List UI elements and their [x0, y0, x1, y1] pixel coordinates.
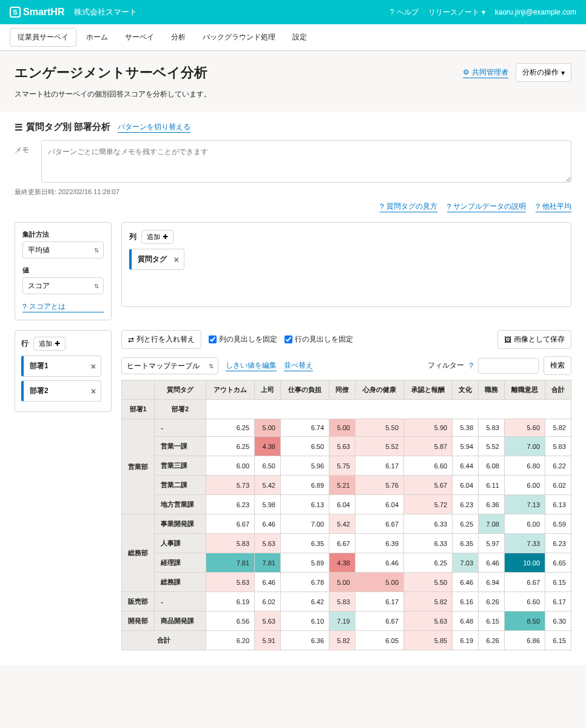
- switch-pattern-link[interactable]: パターンを切り替える: [118, 122, 190, 133]
- row-chip-1[interactable]: 部署1×: [21, 356, 101, 377]
- help-icon: ?: [22, 303, 27, 311]
- value-cell: 6.39: [355, 534, 403, 553]
- value-select[interactable]: スコア: [22, 277, 104, 294]
- total-value-cell: 6.19: [453, 631, 479, 650]
- page-description: スマート社のサーベイの個別回答スコアを分析しています。: [15, 89, 571, 99]
- column-chip[interactable]: 質問タグ×: [129, 249, 184, 270]
- nav-home[interactable]: ホーム: [79, 29, 115, 46]
- value-cell: 5.63: [206, 573, 254, 592]
- value-cell: 5.82: [404, 592, 453, 612]
- subdept-cell: 地方営業課: [155, 495, 206, 514]
- help-tag-link[interactable]: ?質問タグの見方: [380, 201, 437, 212]
- nav-settings[interactable]: 設定: [285, 29, 314, 46]
- subdept-cell: 営業二課: [155, 476, 206, 495]
- value-cell: 6.15: [545, 573, 571, 592]
- total-value-cell: 6.15: [545, 631, 571, 650]
- value-cell: 6.80: [504, 456, 545, 476]
- help-average-link[interactable]: ?他社平均: [536, 201, 571, 212]
- add-column-button[interactable]: 追加 ✚: [141, 230, 173, 244]
- close-icon[interactable]: ×: [91, 362, 96, 371]
- add-row-button[interactable]: 追加 ✚: [33, 337, 66, 351]
- value-cell: 6.25: [206, 437, 254, 456]
- value-cell: 6.35: [453, 534, 479, 553]
- value-cell: 6.56: [206, 612, 254, 631]
- swap-button[interactable]: ⇄列と行を入れ替え: [121, 330, 201, 349]
- logo-icon: S: [10, 7, 21, 18]
- col-header: 心身の健康: [355, 380, 403, 400]
- fix-col-checkbox[interactable]: 列の見出しを固定: [209, 334, 277, 345]
- page-header: エンゲージメントサーベイ分析 ⚙共同管理者 分析の操作 ▾ スマート社のサーベイ…: [0, 51, 586, 112]
- threshold-link[interactable]: しきい値を編集: [226, 360, 277, 371]
- release-notes-link[interactable]: リリースノート ▾: [428, 7, 485, 18]
- table-row: 営業部-6.255.006.745.005.505.905.385.835.60…: [122, 419, 571, 437]
- value-cell: 5.90: [404, 419, 453, 437]
- value-cell: 6.50: [255, 456, 281, 476]
- app-header: S SmartHR 株式会社スマート ?ヘルプ リリースノート ▾ kaoru.…: [0, 0, 586, 24]
- value-cell: 6.94: [479, 573, 505, 592]
- value-cell: 5.72: [404, 495, 453, 514]
- col-header: 職務: [479, 380, 505, 400]
- swap-icon: ⇄: [128, 335, 134, 344]
- total-value-cell: 5.82: [329, 631, 355, 650]
- table-row: 総務課5.636.466.785.005.005.506.466.946.676…: [122, 573, 571, 592]
- value-cell: 8.50: [504, 612, 545, 631]
- score-help-link[interactable]: ?スコアとは: [22, 302, 104, 312]
- total-value-cell: 6.20: [206, 631, 254, 650]
- value-cell: 6.67: [355, 612, 403, 631]
- nav-background[interactable]: バックグラウンド処理: [195, 29, 283, 46]
- filter-input[interactable]: [478, 358, 539, 374]
- value-cell: 6.67: [355, 514, 403, 534]
- memo-input[interactable]: [41, 140, 571, 183]
- table-row: 営業二課5.735.426.895.215.765.676.046.116.00…: [122, 476, 571, 495]
- nav-survey[interactable]: サーベイ: [118, 29, 161, 46]
- user-email[interactable]: kaoru.jinji@example.com: [495, 8, 576, 16]
- fix-row-checkbox[interactable]: 行の見出しを固定: [285, 334, 353, 345]
- value-cell: 5.42: [329, 514, 355, 534]
- filter-label: フィルター: [428, 360, 464, 371]
- table-panel: ⇄列と行を入れ替え 列の見出しを固定 行の見出しを固定 🖼画像として保存 ヒート…: [121, 330, 571, 650]
- col-header: アウトカム: [206, 380, 254, 400]
- value-cell: 5.38: [453, 419, 479, 437]
- search-button[interactable]: 検索: [544, 356, 571, 375]
- save-image-button[interactable]: 🖼画像として保存: [497, 330, 571, 349]
- share-admin-link[interactable]: ⚙共同管理者: [463, 67, 508, 78]
- value-cell: 5.89: [280, 553, 329, 573]
- value-cell: 5.52: [479, 437, 505, 456]
- close-icon[interactable]: ×: [91, 386, 96, 396]
- analysis-actions-button[interactable]: 分析の操作 ▾: [516, 63, 571, 82]
- table-row: 地方営業課6.235.986.136.046.045.726.236.367.1…: [122, 495, 571, 514]
- close-icon[interactable]: ×: [174, 255, 179, 265]
- subdept-cell: -: [155, 419, 206, 437]
- value-cell: 6.25: [453, 514, 479, 534]
- row-chip-2[interactable]: 部署2×: [21, 380, 101, 402]
- table-row: 人事課5.835.636.356.676.396.336.355.977.336…: [122, 534, 571, 553]
- value-cell: 5.50: [355, 419, 403, 437]
- help-sample-link[interactable]: ?サンプルデータの説明: [447, 201, 527, 212]
- corner-cell: [122, 380, 155, 400]
- help-icon: ?: [536, 203, 540, 211]
- value-cell: 5.76: [355, 476, 403, 495]
- value-cell: 6.74: [280, 419, 329, 437]
- sort-link[interactable]: 並べ替え: [284, 360, 313, 371]
- dept-cell: 総務部: [122, 514, 155, 592]
- plus-icon: ✚: [55, 340, 60, 348]
- help-icon[interactable]: ?: [469, 362, 473, 370]
- table-row: 開発部商品開発課6.565.636.107.196.675.636.486.15…: [122, 612, 571, 631]
- aggregation-panel: 集計方法 平均値 値 スコア ?スコアとは: [15, 222, 112, 320]
- value-cell: 6.78: [280, 573, 329, 592]
- table-type-select[interactable]: ヒートマップテーブル: [121, 357, 218, 374]
- value-cell: 6.19: [206, 592, 254, 612]
- memo-label: メモ: [15, 140, 34, 183]
- subdept-cell: 事業開発課: [155, 514, 206, 534]
- value-cell: 6.25: [206, 419, 254, 437]
- value-cell: 5.63: [329, 437, 355, 456]
- value-cell: 6.46: [255, 514, 281, 534]
- agg-select[interactable]: 平均値: [22, 241, 104, 258]
- nav-employee-survey[interactable]: 従業員サーベイ: [10, 28, 76, 47]
- value-cell: 6.26: [479, 592, 505, 612]
- value-cell: 6.04: [329, 495, 355, 514]
- help-link[interactable]: ?ヘルプ: [390, 7, 419, 18]
- value-cell: 6.15: [479, 612, 505, 631]
- value-cell: 4.38: [255, 437, 281, 456]
- nav-analysis[interactable]: 分析: [164, 29, 193, 46]
